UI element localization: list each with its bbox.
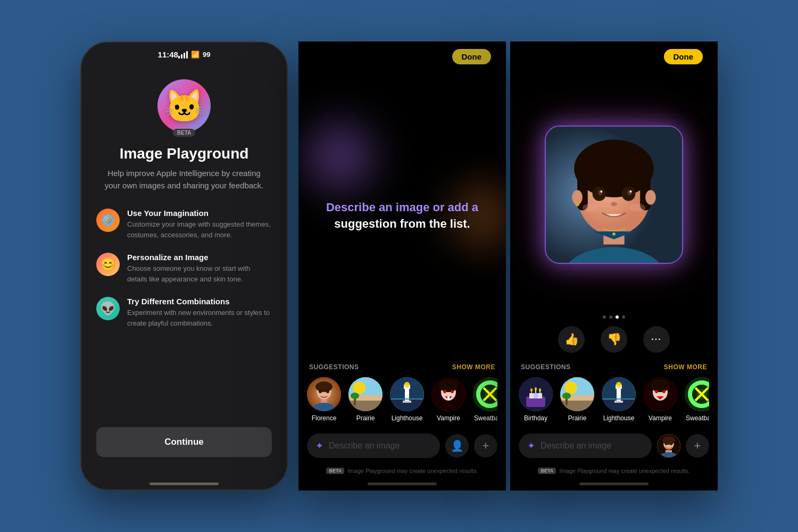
text-input-pill-3[interactable]: ✦ Describe an image <box>519 434 652 458</box>
app-subtitle: Help improve Apple Intelligence by creat… <box>81 168 287 192</box>
suggestions-header-3: SUGGESTIONS SHOW MORE <box>519 363 709 371</box>
suggestion-thumb-birthday <box>519 377 553 411</box>
svg-point-45 <box>600 190 602 193</box>
phone-frame-3: Done <box>510 41 718 491</box>
beta-tag-2: BETA <box>326 468 344 474</box>
action-row: 👍 👎 ··· <box>510 326 718 353</box>
input-placeholder-2: Describe an image <box>329 441 400 451</box>
svg-point-89 <box>665 443 667 445</box>
feature-item-personalize: 😊 Personalize an Image Choose someone yo… <box>96 253 272 284</box>
battery-display: 99 <box>203 51 210 59</box>
suggestion-thumb-prairie <box>348 377 383 411</box>
suggestion-lighthouse-3[interactable]: Lighthouse <box>602 377 636 422</box>
alien-icon: 👽 <box>96 297 120 320</box>
status-bar-1: 11:48 📶 99 <box>143 43 226 63</box>
suggestions-label-2: SUGGESTIONS <box>309 363 359 371</box>
show-more-2[interactable]: SHOW MORE <box>452 363 495 371</box>
feature-item-combinations: 👽 Try Different Combinations Experiment … <box>96 297 272 328</box>
suggestions-row-3: Birthday <box>519 377 709 422</box>
suggestion-sweatband[interactable]: Sweatband <box>473 377 497 422</box>
bar1 <box>178 56 180 59</box>
glow-area: Describe an image or add a suggestion fr… <box>298 69 506 363</box>
app-title: Image Playground <box>120 145 249 162</box>
feature-title-combinations: Try Different Combinations <box>127 297 272 306</box>
continue-button[interactable]: Continue <box>96 427 272 457</box>
svg-point-25 <box>443 390 446 393</box>
character-svg <box>545 127 683 263</box>
svg-rect-54 <box>529 393 534 398</box>
svg-point-73 <box>616 382 621 387</box>
suggestion-name-prairie-3: Prairie <box>568 414 587 422</box>
suggestion-thumb-sweatband-3 <box>685 377 709 411</box>
svg-point-88 <box>662 436 675 445</box>
suggestions-header-2: SUGGESTIONS SHOW MORE <box>307 363 497 371</box>
screen3: Done <box>510 41 718 491</box>
phone-frame-1: 11:48 📶 99 🐱 BETA <box>80 41 288 491</box>
suggestion-name-birthday: Birthday <box>524 414 547 422</box>
input-placeholder-3: Describe an image <box>541 441 611 451</box>
suggestion-prairie[interactable]: Prairie <box>348 377 383 422</box>
plus-button-3[interactable]: + <box>686 434 709 458</box>
svg-rect-19 <box>390 398 424 400</box>
suggestion-vampire-3[interactable]: Vampire <box>643 377 677 422</box>
suggestion-lighthouse[interactable]: Lighthouse <box>390 377 424 422</box>
beta-text-2: Image Playground may create unexpected r… <box>347 468 478 474</box>
suggestion-florence[interactable]: Florence <box>307 377 341 422</box>
thumbdown-button[interactable]: 👎 <box>601 326 627 353</box>
sparkle-icon-2: ✦ <box>315 440 323 452</box>
done-button-2[interactable]: Done <box>452 49 492 64</box>
svg-point-61 <box>535 387 537 390</box>
glow-blob-purple <box>298 104 393 210</box>
time-display: 11:48 <box>158 50 178 59</box>
thumbup-button[interactable]: 👍 <box>558 326 585 353</box>
svg-point-78 <box>651 379 670 392</box>
svg-point-68 <box>562 393 571 399</box>
suggestions-label-3: SUGGESTIONS <box>521 363 571 371</box>
svg-rect-27 <box>447 396 448 400</box>
beta-badge: BETA <box>173 129 195 137</box>
plus-button-2[interactable]: + <box>474 434 497 458</box>
svg-point-26 <box>451 390 454 393</box>
person-avatar-button[interactable] <box>657 434 680 458</box>
suggestion-vampire[interactable]: Vampire <box>431 377 466 422</box>
feature-text-imagination: Use Your Imagination Customize your imag… <box>127 209 272 240</box>
prompt-text: Describe an image or add a suggestion fr… <box>298 200 506 232</box>
avatar-container: 🐱 BETA <box>157 79 211 132</box>
bar2 <box>181 54 182 59</box>
svg-rect-28 <box>448 396 450 400</box>
screens-container: 11:48 📶 99 🐱 BETA <box>0 0 798 532</box>
suggestion-thumb-lighthouse <box>390 377 424 411</box>
text-input-pill-2[interactable]: ✦ Describe an image <box>307 434 440 458</box>
wifi-icon: 📶 <box>191 51 200 59</box>
suggestion-sweatband-3[interactable]: Sweatband <box>685 377 709 422</box>
feature-text-personalize: Personalize an Image Choose someone you … <box>127 253 272 284</box>
portrait-face <box>546 127 682 263</box>
done-button-3[interactable]: Done <box>664 49 703 64</box>
suggestion-name-lighthouse-3: Lighthouse <box>603 414 635 422</box>
suggestion-thumb-vampire-3 <box>643 377 677 411</box>
suggestion-name-vampire-3: Vampire <box>649 414 672 422</box>
suggestion-birthday[interactable]: Birthday <box>519 377 553 422</box>
portrait-container <box>510 69 718 321</box>
more-button[interactable]: ··· <box>643 326 670 353</box>
features-list: ⚙️ Use Your Imagination Customize your i… <box>81 209 287 341</box>
suggestion-name-vampire: Vampire <box>437 414 460 422</box>
prompt-purple: Describe an image or add a <box>326 201 478 214</box>
svg-point-90 <box>670 443 672 445</box>
portrait-wrapper <box>545 126 683 264</box>
svg-point-2 <box>315 381 332 392</box>
show-more-3[interactable]: SHOW MORE <box>664 363 707 371</box>
svg-point-51 <box>612 232 616 236</box>
beta-text-3: Image Playground may create unexpected r… <box>559 468 689 474</box>
bar3 <box>184 53 185 59</box>
feature-item-imagination: ⚙️ Use Your Imagination Customize your i… <box>96 209 272 240</box>
svg-point-49 <box>583 204 598 212</box>
bar4 <box>186 51 188 59</box>
suggestion-thumb-sweatband <box>473 377 497 411</box>
svg-point-62 <box>539 388 541 392</box>
beta-notice-2: BETA Image Playground may create unexpec… <box>298 466 506 483</box>
suggestion-name-sweatband-3: Sweatband <box>686 414 709 422</box>
suggestion-prairie-3[interactable]: Prairie <box>560 377 594 422</box>
person-button-2[interactable]: 👤 <box>445 434 469 458</box>
suggestions-row-2: Florence <box>307 377 497 422</box>
